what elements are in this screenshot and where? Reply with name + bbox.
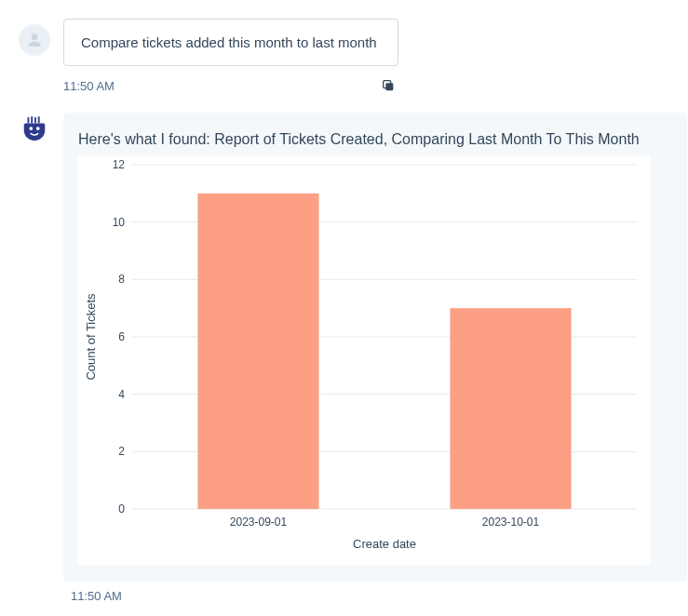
y-tick-label: 6 (118, 330, 125, 343)
svg-point-0 (32, 33, 38, 40)
user-message-text: Compare tickets added this month to last… (81, 34, 377, 50)
user-avatar (19, 24, 50, 56)
x-axis-label: Create date (353, 537, 416, 551)
user-message-timestamp: 11:50 AM (63, 79, 115, 93)
user-message-row: Compare tickets added this month to last… (19, 19, 688, 113)
y-axis-label: Count of Tickets (84, 293, 98, 381)
person-icon (25, 31, 44, 49)
bot-headline: Here's what I found: Report of Tickets C… (78, 131, 672, 148)
bot-icon (20, 114, 48, 142)
y-tick-label: 12 (113, 158, 126, 171)
bot-message-row: Here's what I found: Report of Tickets C… (19, 113, 688, 582)
bot-message-timestamp: 11:50 AM (71, 589, 688, 603)
svg-point-3 (29, 127, 33, 130)
bar[interactable] (450, 308, 571, 509)
x-tick-label: 2023-10-01 (482, 516, 540, 529)
user-message-col: Compare tickets added this month to last… (63, 19, 398, 113)
bar[interactable] (197, 194, 318, 509)
y-tick-label: 4 (118, 388, 125, 401)
svg-rect-1 (385, 83, 393, 90)
copy-button[interactable] (378, 75, 398, 96)
copy-icon (381, 78, 396, 93)
y-tick-label: 8 (118, 273, 125, 286)
x-tick-label: 2023-09-01 (230, 516, 288, 529)
user-message-bubble: Compare tickets added this month to last… (63, 19, 398, 66)
y-tick-label: 10 (113, 216, 126, 229)
chart-container: 0246810122023-09-012023-10-01Create date… (78, 155, 650, 565)
bot-message-panel: Here's what I found: Report of Tickets C… (63, 113, 687, 582)
bot-avatar (19, 113, 50, 144)
user-message-meta: 11:50 AM (63, 75, 398, 96)
svg-point-4 (36, 127, 40, 130)
bar-chart[interactable]: 0246810122023-09-012023-10-01Create date… (78, 155, 650, 565)
bot-message-col: Here's what I found: Report of Tickets C… (63, 113, 687, 582)
y-tick-label: 2 (118, 445, 125, 458)
y-tick-label: 0 (118, 502, 125, 516)
